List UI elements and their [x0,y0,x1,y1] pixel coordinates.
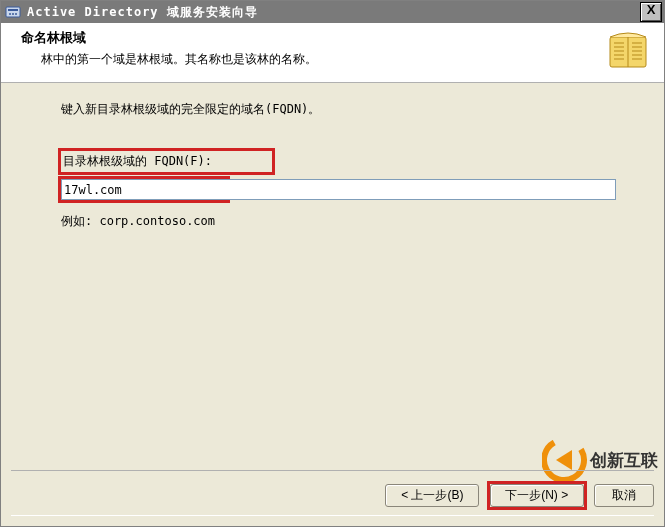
fqdn-example: 例如: corp.contoso.com [61,213,632,230]
svg-point-2 [9,13,11,15]
window-title: Active Directory 域服务安装向导 [27,4,640,21]
fqdn-label: 目录林根级域的 FQDN(F): [58,148,275,175]
cancel-button[interactable]: 取消 [594,484,654,507]
wizard-content: 键入新目录林根级域的完全限定的域名(FQDN)。 目录林根级域的 FQDN(F)… [1,83,664,230]
page-subtitle: 林中的第一个域是林根域。其名称也是该林的名称。 [41,51,664,68]
close-button[interactable]: X [640,2,662,22]
wizard-window: Active Directory 域服务安装向导 X 命名林根域 林中的第一个域… [0,0,665,527]
fqdn-input-highlight [58,176,230,203]
svg-rect-0 [6,7,20,17]
svg-text:创新互联: 创新互联 [589,451,659,470]
fqdn-field-group: 目录林根级域的 FQDN(F): 例如: corp.contoso.com [61,148,632,230]
instruction-text: 键入新目录林根级域的完全限定的域名(FQDN)。 [61,101,632,118]
page-title: 命名林根域 [21,29,664,47]
svg-point-3 [12,13,14,15]
wizard-button-bar: < 上一步(B) 下一步(N) > 取消 [11,470,654,516]
svg-point-4 [15,13,17,15]
next-button-highlight: 下一步(N) > [487,481,587,510]
back-button[interactable]: < 上一步(B) [385,484,479,507]
fqdn-input-remainder[interactable] [226,179,616,200]
wizard-header: 命名林根域 林中的第一个域是林根域。其名称也是该林的名称。 [1,23,664,83]
next-button[interactable]: 下一步(N) > [490,484,584,507]
app-icon [5,4,21,20]
svg-rect-1 [8,9,18,11]
fqdn-input[interactable] [61,179,227,200]
titlebar[interactable]: Active Directory 域服务安装向导 X [1,1,664,23]
fqdn-input-row [61,176,632,203]
book-icon [606,31,650,73]
